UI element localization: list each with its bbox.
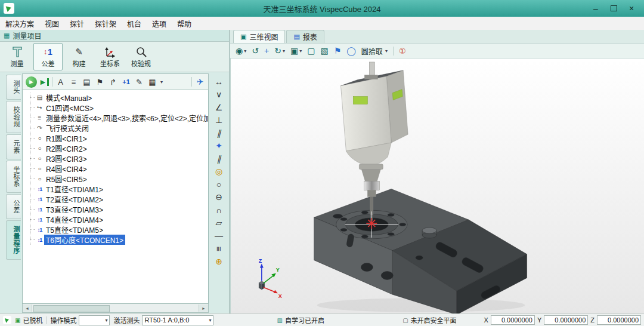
run-program-button[interactable]: ▶ xyxy=(26,76,37,88)
tree-item-mode[interactable]: ▤模式<Manual> xyxy=(30,93,208,103)
maximize-button[interactable] xyxy=(605,1,623,16)
one-icon: 1 xyxy=(48,47,52,57)
y-coordinate-value: 0.0000000 xyxy=(544,315,588,325)
select-box-button[interactable]: ▢ xyxy=(307,46,315,56)
ribbon-tab-tolerance[interactable]: ↕ 1 公差 xyxy=(33,43,63,70)
stop-button[interactable]: ① xyxy=(399,47,406,56)
side-tab-element[interactable]: 元素 xyxy=(6,134,21,159)
tree-item-cir4[interactable]: ○R4圆<CIR4> xyxy=(30,164,208,174)
tab-report[interactable]: ▤ 报表 xyxy=(286,30,324,43)
close-button[interactable]: × xyxy=(623,1,640,16)
view-cube-button[interactable]: ▣ ▾ xyxy=(290,46,302,56)
circle-icon: ◯ xyxy=(346,46,356,56)
monitor-icon: ▣ xyxy=(240,33,246,41)
tree-item-tdiam4[interactable]: ↕1T4直径<TDIAM4> xyxy=(30,214,208,224)
symmetry-icon[interactable]: ≡ xyxy=(213,242,225,255)
chevron-down-icon[interactable]: ▾ xyxy=(160,79,163,85)
recall-icon: ↪ xyxy=(35,104,44,111)
angle-icon[interactable]: ∠ xyxy=(212,102,225,113)
menu-item-machine[interactable]: 机台 xyxy=(122,17,147,30)
tree-item-params[interactable]: ≡测量参数逼近<4>,回退<3>,搜索<6>,定位<2>,定位加<2>,测 xyxy=(30,113,208,123)
menu-item-solution[interactable]: 解决方案 xyxy=(0,17,39,30)
menu-item-probe[interactable]: 探针 xyxy=(64,17,89,30)
side-tab-program[interactable]: 测量程序 xyxy=(6,220,21,260)
scrollbar-track[interactable] xyxy=(32,305,199,312)
diameter-icon: ↕1 xyxy=(35,227,44,233)
ribbon-tab-measure[interactable]: 测量 xyxy=(2,43,32,70)
menu-item-options[interactable]: 选项 xyxy=(147,17,172,30)
tree-item-tdiam1[interactable]: ↕1T1直径<TDIAM1> xyxy=(30,184,208,194)
scroll-left-button[interactable]: ◄ xyxy=(23,305,32,312)
fly-mode-button[interactable]: ✈ xyxy=(195,76,205,88)
side-tab-tolerance[interactable]: 公差 xyxy=(6,194,21,219)
side-tab-coordinate[interactable]: 坐标系 xyxy=(6,161,21,193)
axes-icon xyxy=(104,46,116,58)
position-icon[interactable]: ⊕ xyxy=(212,256,225,267)
draw-button[interactable]: ✎ xyxy=(134,76,144,88)
profile-icon[interactable]: ∩ xyxy=(212,204,225,216)
view-orientation-button[interactable]: ◉ ▾ xyxy=(236,46,246,56)
cylindricity-icon[interactable]: ⊖ xyxy=(212,192,225,203)
scroll-right-button[interactable]: ► xyxy=(199,305,208,312)
menu-item-help[interactable]: 帮助 xyxy=(172,17,197,30)
marquee-icon: ▢ xyxy=(307,46,315,56)
active-probe-select[interactable]: RT50-1 A:0,B:0 ▾ xyxy=(142,315,213,325)
perpendicularity-icon[interactable]: ⊥ xyxy=(212,115,225,126)
toolbar-separator xyxy=(52,77,52,87)
side-tab-gauge[interactable]: 校验规 xyxy=(6,101,21,133)
grid-button[interactable]: ▦ xyxy=(147,76,157,88)
circularity-icon[interactable]: ○ xyxy=(212,179,225,190)
tree-item-cir3[interactable]: ○R3圆<CIR3> xyxy=(30,153,208,164)
tree-item-flymode[interactable]: ↷飞行模式关闭 xyxy=(30,123,208,133)
operation-mode-segment: 操作模式 ▾ xyxy=(50,315,110,325)
circle-pick-button[interactable]: ◯ xyxy=(346,46,356,56)
tree-item-tconcen1[interactable]: ↕1T6同心度<TCONCEN1> xyxy=(30,235,208,245)
menu-item-view[interactable]: 视图 xyxy=(39,17,64,30)
orbit-button[interactable]: ↺ xyxy=(252,46,259,56)
menu-item-probe-rack[interactable]: 探针架 xyxy=(89,17,122,30)
angle-vertex-icon[interactable]: ∨ xyxy=(212,89,225,100)
tree-item-tdiam5[interactable]: ↕1T5直径<TDIAM5> xyxy=(30,224,208,235)
path-button[interactable]: ↱ xyxy=(108,76,118,88)
position-star-icon[interactable]: ✦ xyxy=(212,140,225,152)
distance-icon[interactable]: ↔ xyxy=(212,76,225,87)
scrollbar-thumb[interactable] xyxy=(33,305,110,312)
straightness-icon[interactable]: — xyxy=(212,230,225,241)
parallelism-alt-icon[interactable]: ∥ xyxy=(212,153,225,164)
sheet-button[interactable]: ▤ xyxy=(82,76,92,88)
status-separator xyxy=(46,316,47,324)
circle-icon: ○ xyxy=(35,165,44,172)
pan-button[interactable]: + xyxy=(264,46,269,56)
step-program-button[interactable]: ▶ xyxy=(40,78,49,86)
updown-arrow-icon: ↕ xyxy=(44,48,47,56)
concentricity-icon[interactable]: ◎ xyxy=(212,166,225,177)
tree-item-tdiam2[interactable]: ↕1T2直径<TDIAM2> xyxy=(30,194,208,204)
tree-item-tdiam3[interactable]: ↕1T3直径<TDIAM3> xyxy=(30,204,208,214)
add-tolerance-button[interactable]: +1 xyxy=(121,76,131,88)
tree-item-cir2[interactable]: ○R2圆<CIR2> xyxy=(30,143,208,153)
flatness-icon[interactable]: ▱ xyxy=(212,217,225,229)
parallelism-icon[interactable]: ∥ xyxy=(212,127,225,139)
program-tree: ▤模式<Manual> ↪C1回调<MCS> ≡测量参数逼近<4>,回退<3>,… xyxy=(22,90,209,304)
tree-horizontal-scrollbar[interactable]: ◄ ► xyxy=(22,304,209,313)
restore-icon xyxy=(611,5,617,11)
ribbon-tab-construct[interactable]: ✎ 构建 xyxy=(64,43,94,70)
side-tab-probe[interactable]: 测头 xyxy=(6,75,21,100)
parameters-button[interactable]: ≡ xyxy=(69,76,79,88)
operation-mode-select[interactable]: ▾ xyxy=(79,315,110,325)
display-settings-button[interactable]: ▧ xyxy=(320,46,328,56)
minimize-button[interactable]: – xyxy=(587,1,605,16)
flag-button[interactable]: ⚑ xyxy=(95,76,105,88)
tree-item-cir1[interactable]: ○R1圆<CIR1> xyxy=(30,133,208,143)
tree-item-recall[interactable]: ↪C1回调<MCS> xyxy=(30,103,208,113)
tab-3d-view[interactable]: ▣ 三维视图 xyxy=(233,30,285,43)
self-learning-status: ▥ 自学习已开启 xyxy=(277,315,324,325)
pick-mode-dropdown[interactable]: 圆拾取 ▾ xyxy=(361,46,388,56)
ribbon-tab-coordinate[interactable]: 坐标系 xyxy=(95,43,125,70)
rotate-button[interactable]: ↻ ▾ xyxy=(274,46,285,56)
ribbon-tab-gauge[interactable]: 校验规 xyxy=(126,43,156,70)
tree-item-cir5[interactable]: ○R5圆<CIR5> xyxy=(30,174,208,184)
flag-button[interactable]: ⚑ xyxy=(334,46,342,56)
annotate-button[interactable]: A xyxy=(55,76,66,88)
3d-viewport[interactable]: Z Y X xyxy=(230,59,644,314)
